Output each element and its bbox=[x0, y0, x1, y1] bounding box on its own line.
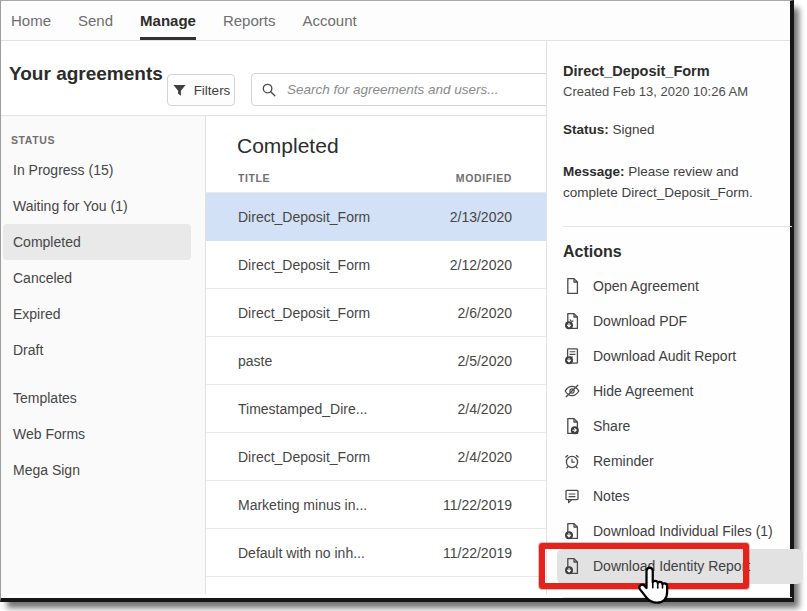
list-column-headers: TITLE MODIFIED bbox=[206, 172, 546, 193]
action-label: Open Agreement bbox=[593, 278, 699, 294]
row-title: Default with no inh... bbox=[238, 545, 365, 561]
table-row[interactable]: Direct_Deposit_Form 2/6/2020 bbox=[206, 289, 546, 337]
action-download-identity-report[interactable]: Download Identity Report bbox=[557, 549, 803, 584]
action-notes[interactable]: Notes bbox=[563, 479, 785, 514]
table-row[interactable]: paste 2/5/2020 bbox=[206, 337, 546, 385]
row-title: Timestamped_Dire... bbox=[238, 401, 367, 417]
search-box[interactable] bbox=[251, 73, 550, 106]
nav-home[interactable]: Home bbox=[11, 1, 51, 40]
status-sidebar: STATUS In Progress (15) Waiting for You … bbox=[1, 116, 206, 594]
filters-label: Filters bbox=[194, 83, 231, 98]
agreements-list: Completed TITLE MODIFIED Direct_Deposit_… bbox=[206, 116, 546, 594]
nav-account[interactable]: Account bbox=[302, 1, 356, 40]
download-report-icon bbox=[563, 347, 581, 365]
page-title: Your agreements bbox=[9, 63, 163, 85]
download-file-icon bbox=[563, 557, 581, 575]
list-heading: Completed bbox=[237, 134, 546, 158]
row-modified: 11/22/2019 bbox=[443, 545, 512, 561]
download-file-icon bbox=[563, 522, 581, 540]
notes-icon bbox=[563, 487, 581, 505]
search-input[interactable] bbox=[285, 81, 540, 98]
row-modified: 2/12/2020 bbox=[450, 257, 512, 273]
row-title: Marketing minus in... bbox=[238, 497, 367, 513]
nav-send[interactable]: Send bbox=[78, 1, 113, 40]
sidebar-item-waiting-for-you[interactable]: Waiting for You (1) bbox=[3, 188, 191, 224]
row-title: Direct_Deposit_Form bbox=[238, 257, 370, 273]
row-modified: 2/6/2020 bbox=[458, 305, 513, 321]
action-label: Hide Agreement bbox=[593, 383, 693, 399]
search-icon bbox=[261, 82, 277, 98]
row-modified: 2/13/2020 bbox=[450, 209, 512, 225]
table-row[interactable]: Timestamped_Dire... 2/4/2020 bbox=[206, 385, 546, 433]
table-row[interactable]: Direct_Deposit_Form 2/13/2020 bbox=[206, 193, 546, 241]
action-download-individual-files[interactable]: Download Individual Files (1) bbox=[563, 514, 785, 549]
row-title: Direct_Deposit_Form bbox=[238, 209, 370, 225]
status-section-label: STATUS bbox=[11, 134, 205, 146]
download-pdf-icon bbox=[563, 312, 581, 330]
filters-button[interactable]: Filters bbox=[167, 74, 235, 106]
list-rows: Direct_Deposit_Form 2/13/2020 Direct_Dep… bbox=[206, 193, 546, 577]
sidebar-item-in-progress[interactable]: In Progress (15) bbox=[3, 152, 191, 188]
share-icon bbox=[563, 417, 581, 435]
panel-divider bbox=[563, 226, 792, 227]
status-value: Signed bbox=[613, 122, 655, 137]
filter-funnel-icon bbox=[172, 83, 187, 98]
agreement-message: Message: Please review and complete Dire… bbox=[563, 162, 790, 204]
table-row[interactable]: Direct_Deposit_Form 2/12/2020 bbox=[206, 241, 546, 289]
action-share[interactable]: Share bbox=[563, 409, 785, 444]
agreement-title: Direct_Deposit_Form bbox=[563, 63, 790, 79]
row-modified: 11/22/2019 bbox=[443, 497, 512, 513]
column-modified[interactable]: MODIFIED bbox=[456, 172, 512, 184]
action-download-pdf[interactable]: Download PDF bbox=[563, 304, 785, 339]
sidebar-group-gap bbox=[1, 368, 205, 380]
column-title[interactable]: TITLE bbox=[238, 172, 270, 184]
panel-bottom-divider bbox=[563, 597, 792, 598]
row-modified: 2/5/2020 bbox=[458, 353, 513, 369]
table-row[interactable]: Marketing minus in... 11/22/2019 bbox=[206, 481, 546, 529]
sidebar-item-completed[interactable]: Completed bbox=[3, 224, 191, 260]
agreement-created: Created Feb 13, 2020 10:26 AM bbox=[563, 84, 790, 99]
actions-heading: Actions bbox=[563, 243, 790, 261]
top-nav: Home Send Manage Reports Account bbox=[1, 1, 790, 41]
action-label: Download PDF bbox=[593, 313, 687, 329]
agreement-status: Status: Signed bbox=[563, 120, 790, 141]
action-download-audit-report[interactable]: Download Audit Report bbox=[563, 339, 785, 374]
sidebar-item-draft[interactable]: Draft bbox=[3, 332, 191, 368]
action-label: Download Identity Report bbox=[593, 558, 750, 574]
sidebar-item-canceled[interactable]: Canceled bbox=[3, 260, 191, 296]
alarm-clock-icon bbox=[563, 452, 581, 470]
sidebar-item-web-forms[interactable]: Web Forms bbox=[3, 416, 191, 452]
action-label: Reminder bbox=[593, 453, 654, 469]
action-label: Share bbox=[593, 418, 630, 434]
nav-reports[interactable]: Reports bbox=[223, 1, 276, 40]
document-icon bbox=[563, 277, 581, 295]
row-title: paste bbox=[238, 353, 272, 369]
action-label: Download Audit Report bbox=[593, 348, 736, 364]
eye-off-icon bbox=[563, 382, 581, 400]
nav-manage[interactable]: Manage bbox=[140, 1, 196, 40]
action-hide-agreement[interactable]: Hide Agreement bbox=[563, 374, 785, 409]
screenshot: Home Send Manage Reports Account Your ag… bbox=[0, 0, 807, 611]
status-label: Status: bbox=[563, 122, 609, 137]
sidebar-item-mega-sign[interactable]: Mega Sign bbox=[3, 452, 191, 488]
sidebar-item-templates[interactable]: Templates bbox=[3, 380, 191, 416]
app-window: Home Send Manage Reports Account Your ag… bbox=[0, 0, 794, 602]
action-reminder[interactable]: Reminder bbox=[563, 444, 785, 479]
row-modified: 2/4/2020 bbox=[458, 401, 513, 417]
detail-panel: Direct_Deposit_Form Created Feb 13, 2020… bbox=[546, 41, 790, 594]
page-header: Your agreements Filters bbox=[1, 41, 546, 116]
action-label: Notes bbox=[593, 488, 630, 504]
table-row[interactable]: Direct_Deposit_Form 2/4/2020 bbox=[206, 433, 546, 481]
action-open-agreement[interactable]: Open Agreement bbox=[563, 269, 785, 304]
row-title: Direct_Deposit_Form bbox=[238, 449, 370, 465]
row-title: Direct_Deposit_Form bbox=[238, 305, 370, 321]
message-label: Message: bbox=[563, 164, 625, 179]
row-modified: 2/4/2020 bbox=[458, 449, 513, 465]
action-label: Download Individual Files (1) bbox=[593, 523, 773, 539]
table-row[interactable]: Default with no inh... 11/22/2019 bbox=[206, 529, 546, 577]
sidebar-item-expired[interactable]: Expired bbox=[3, 296, 191, 332]
